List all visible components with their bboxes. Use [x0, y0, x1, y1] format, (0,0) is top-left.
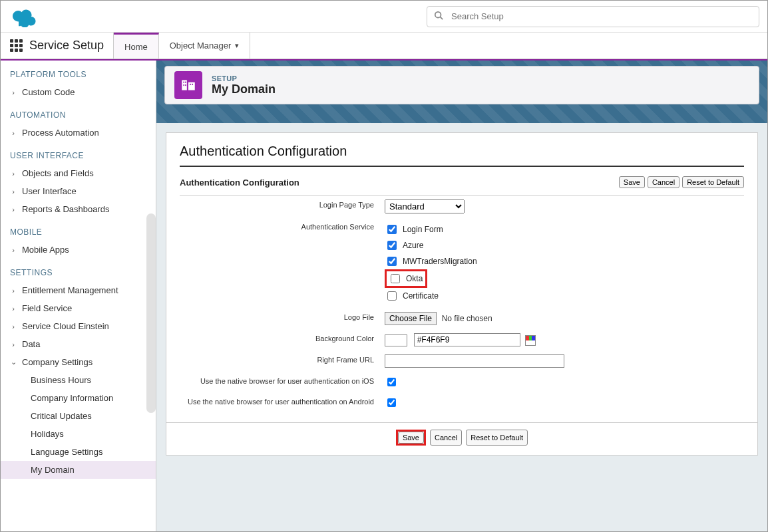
reset-button-bottom[interactable]: Reset to Default [466, 430, 528, 446]
sidebar-section-heading: SETTINGS [1, 259, 156, 281]
nav-bar: Service Setup Home Object Manager ▾ [1, 33, 767, 59]
search-input[interactable] [450, 11, 752, 22]
chevron-right-icon: › [10, 188, 17, 196]
chevron-right-icon: › [10, 88, 17, 96]
sidebar-item[interactable]: ›Data [1, 335, 156, 353]
auth-service-checkbox[interactable] [387, 225, 397, 234]
sidebar-section-heading: USER INTERFACE [1, 142, 156, 164]
sidebar-item-label: Mobile Apps [22, 245, 69, 255]
page-title: My Domain [212, 82, 276, 96]
sidebar-item-label: Field Service [22, 303, 72, 313]
auth-service-label: MWTradersMigration [403, 257, 477, 266]
app-title: Service Setup [29, 39, 104, 53]
salesforce-logo [9, 6, 41, 27]
auth-service-label: Certificate [403, 291, 439, 301]
sidebar-item-label: Company Settings [22, 357, 93, 367]
chevron-right-icon: › [10, 287, 17, 295]
section-header-bar: Authentication Configuration Save Cancel… [180, 172, 744, 196]
auth-service-checkbox[interactable] [387, 241, 397, 250]
chevron-right-icon: › [10, 246, 17, 254]
sidebar-item-label: Process Automation [22, 128, 99, 138]
app-launcher[interactable]: Service Setup [1, 33, 114, 59]
sidebar-item[interactable]: ›User Interface [1, 182, 156, 200]
sidebar-subitem[interactable]: Holidays [1, 425, 156, 443]
sidebar-subitem[interactable]: Critical Updates [1, 407, 156, 425]
cancel-button-top[interactable]: Cancel [648, 176, 679, 188]
page-header: SETUP My Domain [164, 66, 759, 104]
sidebar-item[interactable]: ›Custom Code [1, 83, 156, 101]
sidebar-item[interactable]: ›Objects and Fields [1, 164, 156, 182]
sidebar-item-label: Entitlement Management [22, 285, 118, 295]
tab-object-manager-label: Object Manager [170, 41, 232, 51]
sidebar-item[interactable]: ⌄Company Settings [1, 353, 156, 371]
sidebar-subitem[interactable]: Language Settings [1, 443, 156, 461]
auth-service-checkbox[interactable] [387, 291, 397, 301]
save-button-bottom[interactable]: Save [398, 432, 424, 444]
main-panel: SETUP My Domain Authentication Configura… [156, 61, 767, 532]
setup-sidebar[interactable]: PLATFORM TOOLS›Custom CodeAUTOMATION›Pro… [1, 61, 156, 532]
svg-rect-8 [190, 84, 191, 85]
label-right-frame: Right Frame URL [180, 350, 379, 372]
sidebar-item[interactable]: ›Reports & Dashboards [1, 200, 156, 218]
auth-service-checkbox[interactable] [391, 274, 400, 283]
svg-rect-4 [183, 82, 184, 83]
chevron-right-icon: › [10, 340, 17, 348]
chevron-right-icon: › [10, 323, 17, 331]
reset-button-top[interactable]: Reset to Default [682, 176, 744, 188]
auth-service-option: Okta [385, 269, 427, 288]
android-native-checkbox[interactable] [387, 398, 396, 407]
sidebar-subitem[interactable]: My Domain [1, 461, 156, 479]
cancel-button-bottom[interactable]: Cancel [430, 430, 462, 446]
sidebar-item-label: Reports & Dashboards [22, 204, 110, 214]
sidebar-subitem[interactable]: Company Information [1, 389, 156, 407]
global-header [1, 1, 767, 33]
label-android-native: Use the native browser for user authenti… [180, 392, 379, 413]
auth-service-option: MWTradersMigration [385, 253, 739, 269]
svg-rect-3 [188, 82, 195, 90]
svg-rect-5 [185, 82, 186, 83]
sidebar-section-heading: AUTOMATION [1, 101, 156, 124]
sidebar-item-label: Objects and Fields [22, 168, 94, 178]
bg-color-input[interactable] [414, 333, 520, 346]
body: PLATFORM TOOLS›Custom CodeAUTOMATION›Pro… [1, 59, 767, 532]
chevron-right-icon: › [10, 129, 17, 137]
login-page-type-select[interactable]: Standard [385, 200, 465, 213]
sidebar-item-label: Custom Code [22, 87, 75, 97]
file-status: No file chosen [442, 314, 492, 323]
auth-service-checkbox[interactable] [387, 257, 397, 266]
sidebar-item-label: User Interface [22, 186, 77, 196]
save-highlight: Save [396, 430, 426, 446]
header-pattern: SETUP My Domain [156, 61, 767, 123]
sidebar-item[interactable]: ›Mobile Apps [1, 241, 156, 259]
right-frame-url-input[interactable] [385, 354, 564, 368]
label-bg-color: Background Color [180, 329, 379, 350]
my-domain-icon [174, 71, 202, 99]
tab-home[interactable]: Home [114, 33, 159, 59]
app-launcher-icon [10, 39, 23, 52]
tab-object-manager[interactable]: Object Manager ▾ [159, 33, 251, 59]
auth-service-label: Login Form [403, 225, 443, 234]
page-eyebrow: SETUP [212, 74, 276, 82]
sidebar-item[interactable]: ›Entitlement Management [1, 281, 156, 299]
sidebar-item[interactable]: ›Process Automation [1, 124, 156, 142]
label-logo-file: Logo File [180, 308, 379, 329]
choose-file-button[interactable]: Choose File [385, 312, 437, 325]
sidebar-item[interactable]: ›Field Service [1, 299, 156, 317]
auth-service-label: Okta [406, 274, 423, 283]
chevron-down-icon: ⌄ [10, 358, 17, 366]
svg-rect-6 [183, 84, 184, 86]
auth-service-option: Azure [385, 237, 739, 253]
color-picker-icon[interactable] [525, 335, 536, 346]
sidebar-item[interactable]: ›Service Cloud Einstein [1, 317, 156, 335]
config-form: Login Page Type Standard Authentication … [180, 196, 744, 413]
sidebar-scrollbar[interactable] [146, 213, 156, 413]
chevron-right-icon: › [10, 170, 17, 178]
auth-service-label: Azure [403, 241, 423, 250]
svg-rect-9 [192, 84, 193, 85]
ios-native-checkbox[interactable] [387, 378, 396, 386]
color-swatch[interactable] [385, 334, 407, 346]
divider [180, 166, 744, 167]
save-button-top[interactable]: Save [619, 176, 645, 188]
global-search[interactable] [427, 6, 759, 27]
sidebar-subitem[interactable]: Business Hours [1, 371, 156, 389]
